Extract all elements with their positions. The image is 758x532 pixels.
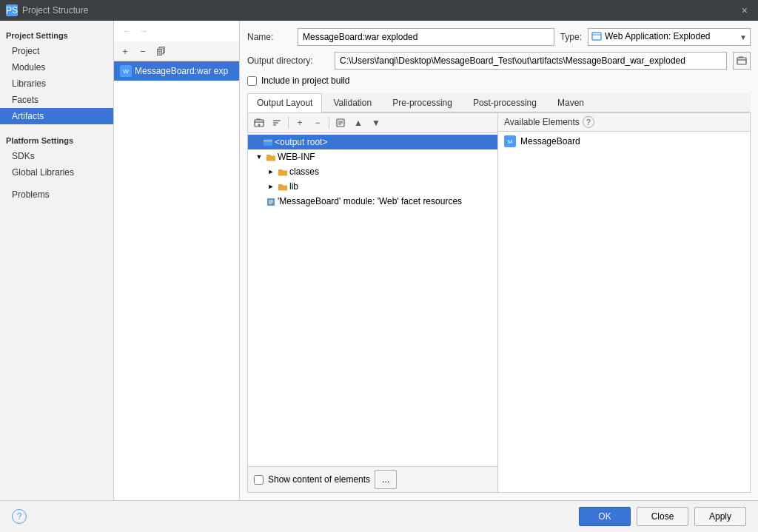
remove-artifact-button[interactable]: − bbox=[135, 43, 151, 59]
available-elements-header: Available Elements ? bbox=[498, 113, 750, 132]
tree-item-webinf[interactable]: ▼ WEB-INF bbox=[248, 149, 497, 164]
tab-bar: Output Layout Validation Pre-processing … bbox=[247, 93, 751, 112]
tab-post-processing[interactable]: Post-processing bbox=[463, 93, 546, 112]
toolbar-separator-1 bbox=[288, 117, 289, 129]
tree-expand-arrow-webinf[interactable]: ▼ bbox=[254, 152, 264, 162]
move-up-button[interactable]: ▲ bbox=[350, 115, 366, 131]
type-label: Type: bbox=[560, 32, 582, 42]
available-elements-list: M MessageBoard bbox=[498, 132, 750, 492]
name-row: Name: Type: Web Application: Exploded ▼ bbox=[247, 28, 751, 46]
dialog-content: Project Settings Project Modules Librari… bbox=[0, 21, 758, 500]
svg-rect-0 bbox=[592, 33, 601, 40]
sidebar-divider-2 bbox=[0, 181, 113, 186]
sidebar-divider bbox=[0, 124, 113, 130]
dialog-body: Project Settings Project Modules Librari… bbox=[0, 21, 758, 532]
project-settings-header: Project Settings bbox=[0, 27, 113, 43]
include-build-checkbox[interactable] bbox=[247, 76, 257, 86]
artifact-toolbar: + − 🗐 bbox=[114, 41, 239, 61]
type-select-text: Web Application: Exploded bbox=[591, 31, 739, 44]
name-input[interactable] bbox=[298, 28, 554, 46]
sort-icon bbox=[272, 118, 282, 128]
footer-left: ? bbox=[12, 509, 573, 524]
available-elements-help-icon[interactable]: ? bbox=[583, 116, 594, 128]
type-select[interactable]: Web Application: Exploded ▼ bbox=[588, 28, 751, 46]
sidebar-item-sdks[interactable]: SDKs bbox=[0, 148, 113, 164]
browse-output-button[interactable] bbox=[733, 52, 751, 70]
tree-expand-arrow-classes[interactable]: ► bbox=[266, 166, 276, 177]
dialog-footer: ? OK Close Apply bbox=[0, 500, 758, 532]
show-content-label: Show content of elements bbox=[268, 474, 370, 485]
sidebar-item-project[interactable]: Project bbox=[0, 43, 113, 59]
available-elements-title: Available Elements bbox=[504, 117, 580, 127]
tree-expand-arrow-lib[interactable]: ► bbox=[266, 181, 276, 192]
copy-artifact-button[interactable]: 🗐 bbox=[152, 43, 169, 59]
tree-item-classes[interactable]: ► classes bbox=[248, 164, 497, 179]
tree-item-facet-resources[interactable]: 'MessageBoard' module: 'Web' facet resou… bbox=[248, 194, 497, 209]
ok-button[interactable]: OK bbox=[579, 507, 631, 526]
title-bar: PS Project Structure × bbox=[0, 0, 758, 21]
nav-buttons: ← → bbox=[114, 21, 239, 41]
svg-rect-2 bbox=[737, 58, 746, 64]
output-root-icon bbox=[263, 137, 273, 147]
sidebar-item-global-libraries[interactable]: Global Libraries bbox=[0, 164, 113, 181]
tab-maven[interactable]: Maven bbox=[548, 93, 594, 112]
tree-item-lib-label: lib bbox=[289, 181, 298, 192]
tab-validation[interactable]: Validation bbox=[323, 93, 381, 112]
available-elements-panel: Available Elements ? M MessageBoard bbox=[498, 113, 750, 492]
back-button[interactable]: ← bbox=[120, 24, 135, 38]
available-element-item[interactable]: M MessageBoard bbox=[498, 133, 750, 149]
folder-icon-webinf bbox=[266, 152, 276, 162]
folder-icon-classes bbox=[278, 166, 288, 177]
output-dir-label: Output directory: bbox=[247, 55, 329, 66]
tree-no-arrow bbox=[254, 196, 264, 206]
available-element-label: MessageBoard bbox=[520, 136, 580, 147]
module-icon: M bbox=[504, 135, 516, 147]
artifact-panel: ← → + − 🗐 W MessageBoard:war exp bbox=[114, 21, 240, 500]
sidebar-item-problems[interactable]: Problems bbox=[0, 186, 113, 203]
artifact-label: MessageBoard:war exp bbox=[135, 66, 228, 76]
layout-toolbar: + − ▲ ▼ bbox=[248, 113, 497, 133]
create-dir-button[interactable] bbox=[251, 115, 267, 131]
tree-item-facet-label: 'MessageBoard' module: 'Web' facet resou… bbox=[278, 196, 462, 206]
dialog-title: Project Structure bbox=[22, 5, 733, 16]
forward-button[interactable]: → bbox=[136, 24, 151, 38]
remove-element-button[interactable]: − bbox=[309, 115, 326, 131]
output-dir-input[interactable] bbox=[335, 52, 727, 70]
show-content-checkbox[interactable] bbox=[254, 475, 264, 485]
app-icon: PS bbox=[6, 4, 18, 16]
tree-items: <output root> ▼ WEB-INF ► bbox=[248, 133, 497, 466]
properties-icon bbox=[335, 118, 346, 128]
tab-output-layout[interactable]: Output Layout bbox=[247, 93, 322, 112]
tree-item-lib[interactable]: ► lib bbox=[248, 179, 497, 194]
tree-item-webinf-label: WEB-INF bbox=[278, 152, 315, 162]
close-button[interactable]: × bbox=[737, 3, 752, 18]
sidebar-item-facets[interactable]: Facets bbox=[0, 92, 113, 108]
properties-button[interactable] bbox=[332, 115, 349, 131]
more-options-button[interactable]: ... bbox=[375, 470, 397, 489]
name-label: Name: bbox=[247, 32, 292, 42]
artifact-list: W MessageBoard:war exp bbox=[114, 61, 239, 500]
tree-item-output-root[interactable]: <output root> bbox=[248, 135, 497, 149]
layout-bottom-bar: Show content of elements ... bbox=[248, 466, 497, 492]
sort-button[interactable] bbox=[269, 115, 285, 131]
tree-expand-arrow bbox=[251, 137, 261, 147]
help-button[interactable]: ? bbox=[12, 509, 27, 524]
move-down-button[interactable]: ▼ bbox=[368, 115, 384, 131]
folder-browse-icon bbox=[737, 55, 747, 66]
sidebar-item-libraries[interactable]: Libraries bbox=[0, 75, 113, 92]
add-element-button[interactable]: + bbox=[292, 115, 308, 131]
folder-icon-lib bbox=[278, 181, 288, 192]
artifact-list-item[interactable]: W MessageBoard:war exp bbox=[114, 61, 239, 81]
sidebar: Project Settings Project Modules Librari… bbox=[0, 21, 114, 500]
include-checkbox-row: Include in project build bbox=[247, 75, 751, 86]
facet-resources-icon bbox=[266, 196, 276, 206]
sidebar-item-modules[interactable]: Modules bbox=[0, 59, 113, 75]
web-app-icon bbox=[591, 31, 602, 41]
sidebar-item-artifacts[interactable]: Artifacts bbox=[0, 108, 113, 124]
close-button[interactable]: Close bbox=[637, 507, 688, 526]
apply-button[interactable]: Apply bbox=[694, 507, 746, 526]
add-artifact-button[interactable]: + bbox=[117, 43, 133, 59]
tab-pre-processing[interactable]: Pre-processing bbox=[383, 93, 462, 112]
tree-item-classes-label: classes bbox=[289, 166, 319, 177]
layout-tree-panel: + − ▲ ▼ bbox=[248, 113, 498, 492]
